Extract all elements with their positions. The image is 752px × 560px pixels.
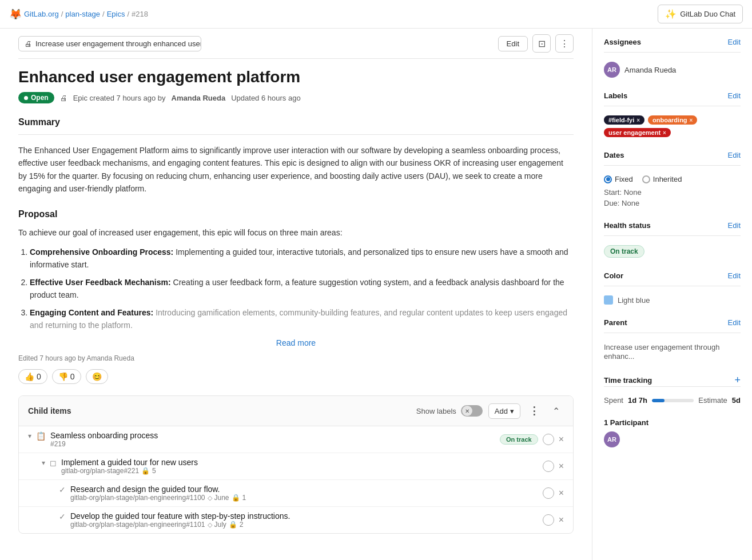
close-button-1[interactable]: × [559, 461, 564, 471]
reactions: 👍 0 👎 0 😊 [18, 369, 574, 384]
child-items-collapse-button[interactable]: ⌃ [548, 403, 564, 419]
circle-button-3[interactable] [543, 514, 554, 526]
item-sub-2: gitlab-org/plan-stage/plan-engineering#1… [70, 494, 246, 502]
sidebar: Assignees Edit AR Amanda Rueda Labels Ed… [592, 29, 752, 560]
main-content: 🖨 Increase user engagement through enhan… [0, 29, 592, 560]
assignees-section: Assignees Edit AR Amanda Rueda [604, 38, 741, 78]
time-tracking-section: Time tracking + Spent 1d 7h Estimate 5d [604, 374, 741, 405]
breadcrumb-epics[interactable]: Epics [107, 10, 125, 18]
label-user-engagement: user engagement × [604, 128, 671, 137]
duo-chat-button[interactable]: ✨ GitLab Duo Chat [658, 5, 743, 23]
child-item-right-3: × [543, 514, 564, 526]
dates-divider [604, 165, 741, 166]
health-edit-link[interactable]: Edit [728, 221, 741, 230]
toggle-x: ✕ [462, 406, 472, 416]
proposal-section: Proposal To achieve our goal of increase… [18, 209, 574, 363]
time-bar [652, 399, 694, 402]
emoji-button[interactable]: 😊 [86, 369, 108, 384]
thumbs-up-button[interactable]: 👍 0 [18, 369, 47, 384]
print-text: Increase user engagement through enhance… [35, 39, 201, 48]
expand-arrow-1[interactable]: ▾ [42, 459, 45, 467]
breadcrumb-org[interactable]: GitLab.org [24, 10, 59, 18]
milestone-icon-2: ◇ [208, 494, 212, 502]
duo-icon: ✨ [665, 9, 677, 19]
circle-button-0[interactable] [543, 434, 554, 445]
color-label: Color [604, 271, 623, 280]
read-more-link[interactable]: Read more [276, 338, 316, 347]
edited-by: Edited 7 hours ago by Amanda Rueda [18, 354, 574, 362]
child-item-row-1: ▾ ◻ Implement a guided tour for new user… [19, 453, 573, 480]
participants-title: 1 Participant [604, 418, 741, 427]
item-info-3: Develop the guided tour feature with ste… [70, 511, 290, 529]
child-item-right-0: On track × [500, 434, 564, 445]
expand-arrow-0[interactable]: ▾ [28, 432, 31, 440]
close-button-3[interactable]: × [559, 515, 564, 525]
sub-header: 🖨 Increase user engagement through enhan… [18, 29, 574, 59]
item-sub-0: #219 [50, 440, 158, 448]
thumbs-up-icon: 👍 [25, 372, 34, 381]
print-button[interactable]: 🖨 Increase user engagement through enhan… [18, 36, 201, 51]
circle-button-1[interactable] [543, 461, 554, 472]
milestone-icon-3: ◇ [208, 521, 212, 529]
on-track-badge-0: On track [500, 434, 538, 445]
item-info-2: Research and design the guided tour flow… [70, 485, 246, 502]
item-info-0: Seamless onboarding process #219 [50, 431, 158, 448]
dates-label-row: Dates Edit [604, 151, 741, 159]
color-value: Light blue [618, 296, 650, 305]
edit-button[interactable]: Edit [498, 36, 528, 51]
breadcrumb: 🦊 GitLab.org / plan-stage / Epics / #218 [9, 8, 148, 21]
meta-line: Open 🖨 Epic created 7 hours ago by Amand… [18, 92, 574, 103]
assignees-edit-link[interactable]: Edit [728, 38, 741, 46]
read-more: Read more [18, 338, 574, 347]
copy-button[interactable]: ⊡ [532, 34, 551, 53]
time-tracking-add-button[interactable]: + [734, 374, 741, 386]
child-item-left-2: ✓ Research and design the guided tour fl… [59, 485, 543, 502]
proposal-title: Proposal [18, 209, 574, 219]
top-nav: 🦊 GitLab.org / plan-stage / Epics / #218… [0, 0, 752, 29]
participants-section: 1 Participant AR [604, 418, 741, 447]
title-area: Enhanced user engagement platform Open 🖨… [18, 68, 574, 103]
close-button-0[interactable]: × [559, 434, 564, 445]
summary-section: Summary The Enhanced User Engagement Pla… [18, 117, 574, 195]
color-divider [604, 286, 741, 286]
more-button[interactable]: ⋮ [555, 34, 574, 53]
thumbs-down-button[interactable]: 👎 0 [52, 369, 81, 384]
time-track-row: Spent 1d 7h Estimate 5d [604, 396, 741, 405]
status-label: Open [31, 94, 49, 102]
list-item-label-2: Engaging Content and Features: [30, 308, 153, 317]
item-title-1: Implement a guided tour for new users [61, 458, 198, 467]
health-label: Health status [604, 221, 651, 230]
item-sub-1: gitlab-org/plan-stage#221 🔒 5 [61, 467, 198, 475]
parent-label-row: Parent Edit [604, 318, 741, 327]
more-dots-icon: ⋮ [560, 38, 569, 49]
parent-value: Increase user engagement through enhanc.… [604, 343, 719, 361]
parent-edit-link[interactable]: Edit [728, 318, 741, 327]
inherited-radio[interactable]: Inherited [642, 175, 682, 183]
labels-row: #field-fyi × onboarding × user engagemen… [604, 115, 741, 137]
close-button-2[interactable]: × [559, 488, 564, 498]
participant-avatar: AR [604, 431, 620, 447]
parent-section: Parent Edit Increase user engagement thr… [604, 318, 741, 361]
color-edit-link[interactable]: Edit [728, 271, 741, 280]
health-divider [604, 235, 741, 236]
dates-edit-link[interactable]: Edit [728, 151, 741, 159]
participants-list: AR [604, 431, 741, 447]
child-items-header: Child items Show labels ✕ Add ▾ ⋮ [19, 396, 573, 426]
child-items-more-button[interactable]: ⋮ [526, 403, 542, 419]
duo-chat-label: GitLab Duo Chat [680, 10, 735, 18]
avatar-initials: AR [607, 66, 616, 73]
list-item: Effective User Feedback Mechanism: Creat… [30, 276, 574, 302]
dates-label: Dates [604, 151, 624, 159]
status-dot [24, 96, 28, 100]
list-item: Comprehensive Onboarding Process: Implem… [30, 246, 574, 271]
breadcrumb-plan-stage[interactable]: plan-stage [65, 10, 100, 18]
due-date: Due: None [604, 199, 741, 207]
fixed-radio[interactable]: Fixed [604, 175, 633, 183]
circle-button-2[interactable] [543, 487, 554, 499]
show-labels-toggle[interactable]: ✕ [461, 405, 483, 417]
color-label-row: Color Edit [604, 271, 741, 280]
labels-edit-link[interactable]: Edit [728, 91, 741, 100]
add-button[interactable]: Add ▾ [488, 403, 520, 419]
child-items-controls: Show labels ✕ Add ▾ ⋮ ⌃ [416, 403, 564, 419]
epic-author: Amanda Rueda [172, 94, 226, 102]
